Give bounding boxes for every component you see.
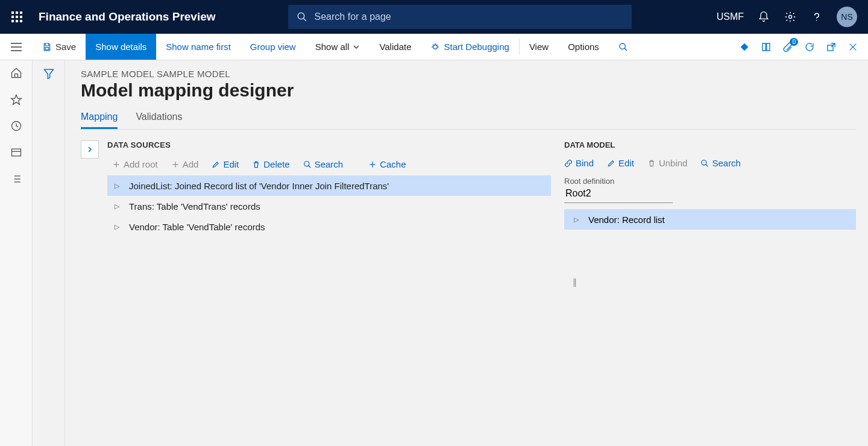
save-button[interactable]: Save <box>33 34 86 60</box>
legal-entity-picker[interactable]: USMF <box>717 11 744 22</box>
show-all-dropdown[interactable]: Show all <box>306 34 370 60</box>
show-details-button[interactable]: Show details <box>86 34 156 60</box>
nav-recent[interactable] <box>10 119 23 133</box>
svg-line-13 <box>436 45 438 46</box>
close-button[interactable] <box>846 40 860 54</box>
breadcrumb: SAMPLE MODEL SAMPLE MODEL <box>81 69 856 79</box>
close-icon <box>848 42 858 52</box>
settings-button[interactable] <box>784 10 797 24</box>
tab-validations[interactable]: Validations <box>136 111 182 129</box>
user-avatar[interactable]: NS <box>837 7 857 27</box>
plus-icon <box>112 160 121 169</box>
tab-mapping[interactable]: Mapping <box>81 111 118 129</box>
tree-row[interactable]: ▷ Vendor: Table 'VendTable' records <box>107 216 551 237</box>
page-options-button[interactable] <box>760 40 773 54</box>
expand-right-icon <box>86 146 93 153</box>
unbind-button[interactable]: Unbind <box>647 158 688 168</box>
datamodel-title: DATA MODEL <box>564 140 856 149</box>
nav-home[interactable] <box>10 66 23 80</box>
delete-button[interactable]: Delete <box>252 159 289 169</box>
validate-button[interactable]: Validate <box>370 34 421 60</box>
show-all-label: Show all <box>315 42 350 52</box>
diamond-icon <box>739 42 750 52</box>
start-debugging-button[interactable]: Start Debugging <box>421 34 518 60</box>
tree-row[interactable]: ▷ Trans: Table 'VendTrans' records <box>107 196 551 216</box>
cache-label: Cache <box>380 159 406 169</box>
expand-caret-icon[interactable]: ▷ <box>574 216 580 224</box>
tree-row[interactable]: ▷ JoinedList: Joined Record list of 'Ven… <box>107 175 551 196</box>
show-name-first-button[interactable]: Show name first <box>156 34 241 60</box>
action-pane: Save Show details Show name first Group … <box>0 34 868 60</box>
expand-caret-icon[interactable]: ▷ <box>115 203 121 210</box>
filter-icon <box>43 68 55 80</box>
dm-edit-label: Edit <box>618 158 634 168</box>
gear-icon <box>784 11 796 23</box>
clock-icon <box>10 120 22 132</box>
help-button[interactable] <box>810 10 823 24</box>
nav-workspaces[interactable] <box>10 146 23 159</box>
app-launcher-button[interactable] <box>5 5 29 29</box>
svg-line-41 <box>706 164 708 166</box>
plus-icon <box>368 160 377 169</box>
options-menu[interactable]: Options <box>558 34 609 60</box>
datasources-panel: DATA SOURCES Add root Add <box>81 140 551 445</box>
list-icon <box>10 173 22 185</box>
panel-splitter[interactable]: ‖ <box>573 277 577 287</box>
datamodel-row-label: Vendor: Record list <box>588 215 665 225</box>
popout-button[interactable] <box>825 40 838 54</box>
edit-button[interactable]: Edit <box>212 159 239 169</box>
cache-button[interactable]: Cache <box>368 159 406 169</box>
svg-marker-31 <box>44 69 53 78</box>
svg-rect-16 <box>741 43 749 51</box>
nav-favorites[interactable] <box>10 93 23 106</box>
group-view-button[interactable]: Group view <box>241 34 306 60</box>
home-icon <box>10 67 22 79</box>
datamodel-toolbar: Bind Edit Unbind Search <box>564 158 856 168</box>
tree-row-label: Trans: Table 'VendTrans' records <box>129 201 260 212</box>
datasources-tree: ▷ JoinedList: Joined Record list of 'Ven… <box>107 175 551 237</box>
svg-point-0 <box>298 13 304 19</box>
save-icon <box>42 42 52 52</box>
refresh-button[interactable] <box>803 40 816 54</box>
svg-marker-21 <box>11 95 21 105</box>
collapse-types-button[interactable] <box>81 140 99 159</box>
datamodel-row[interactable]: ▷ Vendor: Record list <box>564 209 856 230</box>
search-icon <box>618 42 628 52</box>
expand-caret-icon[interactable]: ▷ <box>115 223 121 231</box>
bind-label: Bind <box>576 158 594 168</box>
chevron-down-icon <box>353 43 360 51</box>
notifications-button[interactable] <box>757 10 770 24</box>
svg-point-36 <box>304 161 309 166</box>
add-button[interactable]: Add <box>171 159 199 169</box>
search-icon <box>297 11 307 22</box>
datamodel-panel: DATA MODEL Bind Edit Unbind <box>564 140 856 445</box>
page-title: Model mapping designer <box>81 80 856 101</box>
personalize-button[interactable] <box>738 40 751 54</box>
search-label: Search <box>315 159 344 169</box>
filter-pane-toggle[interactable] <box>33 60 65 446</box>
plus-icon <box>171 160 180 169</box>
page-tabs: Mapping Validations <box>81 111 856 130</box>
global-search-input[interactable]: Search for a page <box>288 5 632 29</box>
attachments-button[interactable]: 0 <box>781 40 794 54</box>
root-definition-value[interactable]: Root2 <box>564 186 673 203</box>
debug-icon <box>430 42 440 52</box>
find-button[interactable] <box>609 34 638 60</box>
nav-toggle-button[interactable] <box>0 34 33 60</box>
view-menu[interactable]: View <box>520 34 558 60</box>
attachments-badge: 0 <box>790 38 798 46</box>
waffle-icon <box>11 11 22 22</box>
bind-button[interactable]: Bind <box>564 158 594 168</box>
add-root-button[interactable]: Add root <box>112 159 158 169</box>
dm-search-button[interactable]: Search <box>700 158 741 168</box>
nav-modules[interactable] <box>10 172 23 186</box>
delete-label: Delete <box>263 159 289 169</box>
start-debugging-label: Start Debugging <box>444 42 509 52</box>
add-label: Add <box>183 159 199 169</box>
popout-icon <box>826 42 837 52</box>
link-icon <box>564 159 573 168</box>
dm-edit-button[interactable]: Edit <box>607 158 634 168</box>
search-button[interactable]: Search <box>303 159 344 169</box>
expand-caret-icon[interactable]: ▷ <box>115 182 121 190</box>
datasources-toolbar: Add root Add Edit <box>107 155 551 175</box>
